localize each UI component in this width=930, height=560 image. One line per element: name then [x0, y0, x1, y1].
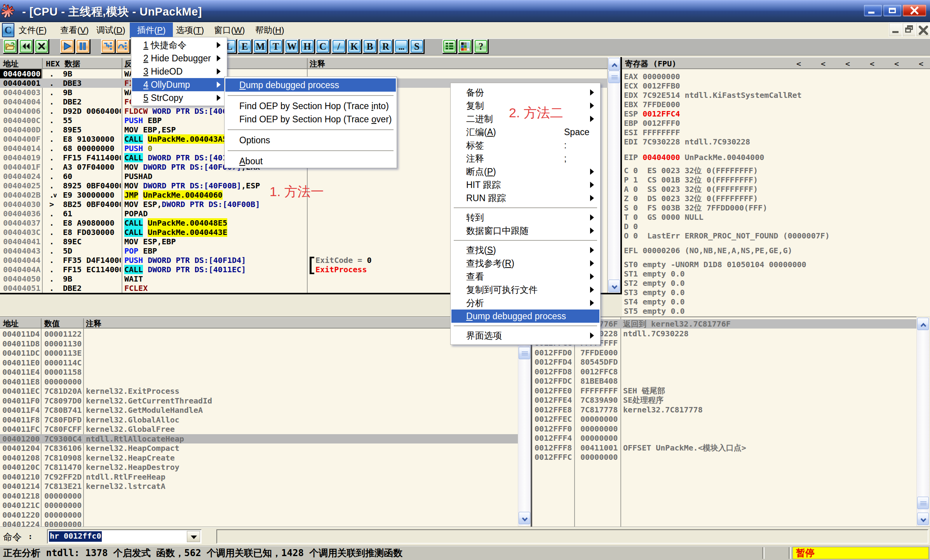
dump-row[interactable]: 004012147C813E21kernel32.lstrcatA: [0, 482, 518, 491]
dump-row[interactable]: 004012087C810908kernel32.HeapCreate: [0, 453, 518, 463]
stack-pane[interactable]: 0012FFC47C81776F返回到 kernel32.7C81776F001…: [532, 317, 916, 527]
stack-scrollbar-thumb[interactable]: [917, 497, 929, 509]
combobox-dropdown-button[interactable]: [187, 531, 200, 542]
panel-chevron[interactable]: <: [894, 59, 899, 69]
dump-pane[interactable]: 地址数值注释004011D400001122004011D80000113000…: [0, 317, 518, 527]
stack-row[interactable]: 0012FFF000000000: [532, 424, 916, 433]
menubar-item-2[interactable]: 查看(V): [60, 23, 89, 38]
toolbar-h-button[interactable]: H: [300, 39, 315, 54]
menu-item-dump-debugged-process[interactable]: Dump debugged process: [451, 310, 599, 323]
menu-item--ollydump[interactable]: 4 OllyDump: [132, 78, 226, 91]
maximize-button[interactable]: [883, 5, 901, 16]
menu-item--[interactable]: 数据窗口中跟随: [451, 224, 599, 237]
menu-item-about[interactable]: About: [225, 155, 396, 168]
stack-row[interactable]: 0012FFE87C817778kernel32.7C817778: [532, 405, 916, 414]
menubar-item-1[interactable]: 文件(F): [19, 23, 47, 38]
menu-item--[interactable]: 注释;: [451, 152, 599, 165]
register-line[interactable]: S 0 FS 003B 32位 7FFDD000(FFF): [624, 203, 930, 212]
menubar-item-7[interactable]: 帮助(H): [255, 23, 284, 38]
menubar-item-4[interactable]: 插件(P): [130, 23, 173, 38]
menu-item-hit-[interactable]: HIT 跟踪: [451, 178, 599, 191]
menu-item--hideod[interactable]: 3 HideOD: [132, 65, 226, 78]
stack-row[interactable]: 0012FFD07FFDE000: [532, 348, 916, 357]
toolbar-run-button[interactable]: [60, 39, 75, 54]
command-secondary-field[interactable]: [216, 529, 928, 544]
stack-row[interactable]: 0012FFE0FFFFFFFFSEH 链尾部: [532, 386, 916, 395]
toolbar-w-button[interactable]: W: [285, 39, 300, 54]
disasm-scrollbar[interactable]: [608, 57, 620, 293]
stack-row[interactable]: 0012FFDC81BEB408: [532, 376, 916, 386]
dump-row[interactable]: 004012007C9300C4ntdll.RtlAllocateHeap: [0, 434, 518, 443]
register-line[interactable]: P 1 CS 001B 32位 0(FFFFFFFF): [624, 175, 930, 184]
toolbar-panels-button[interactable]: [442, 39, 457, 54]
dump-row[interactable]: 004011E400001158: [0, 367, 518, 377]
register-line[interactable]: ST6 empty 0.0: [624, 315, 930, 316]
command-combobox[interactable]: hr 0012ffc0: [47, 529, 202, 544]
toolbar-step-into-button[interactable]: [101, 39, 116, 54]
close-button[interactable]: [903, 5, 926, 16]
stack-row[interactable]: 0012FFEC00000000: [532, 414, 916, 424]
toolbar-c-button[interactable]: C: [316, 39, 331, 54]
disasm-header-1[interactable]: HEX 数据: [46, 59, 80, 69]
menu-item--[interactable]: 转到: [451, 211, 599, 224]
disasm-header-3[interactable]: 注释: [310, 59, 325, 69]
dump-row[interactable]: 004011D400001122: [0, 329, 518, 339]
register-line[interactable]: Z 0 DS 0023 32位 0(FFFFFFFF): [624, 194, 930, 203]
toolbar-e-button[interactable]: E: [238, 39, 253, 54]
menu-item-run-[interactable]: RUN 跟踪: [451, 191, 599, 205]
dump-row[interactable]: 004011E800000000: [0, 377, 518, 386]
register-line[interactable]: T 0 GS 0000 NULL: [624, 212, 930, 222]
register-line[interactable]: EDI 7C930228 ntdll.7C930228: [624, 137, 930, 146]
stack-scrollbar-up-button[interactable]: [917, 318, 929, 330]
dump-row[interactable]: 004011DC0000113E: [0, 348, 518, 358]
toolbar-k-button[interactable]: K: [347, 39, 362, 54]
register-line[interactable]: ST2 empty 0.0: [624, 278, 930, 288]
menu-item--[interactable]: 查看: [451, 270, 599, 283]
menu-item--[interactable]: 标签:: [451, 139, 599, 152]
dump-row[interactable]: 004011EC7C81D20Akernel32.ExitProcess: [0, 386, 518, 396]
stack-row[interactable]: 0012FFD480545DFD: [532, 357, 916, 367]
dump-scrollbar-thumb[interactable]: [519, 347, 530, 359]
register-line[interactable]: EBP 0012FFF0: [624, 118, 930, 128]
disasm-scrollbar-down-button[interactable]: [608, 280, 620, 292]
register-line[interactable]: ECX 0012FFB0: [624, 81, 930, 90]
toolbar-open-button[interactable]: [3, 39, 18, 54]
toolbar-step-over-button[interactable]: [116, 39, 131, 54]
register-line[interactable]: ST3 empty 0.0: [624, 288, 930, 297]
cpu-window-icon[interactable]: C: [2, 23, 14, 37]
register-line[interactable]: EAX 00000000: [624, 72, 930, 81]
dump-row[interactable]: 004011F47C80B741kernel32.GetModuleHandle…: [0, 405, 518, 415]
register-line[interactable]: EDX 7C92E514 ntdll.KiFastSystemCallRet: [624, 90, 930, 100]
menu-item--[interactable]: 界面选项: [451, 329, 599, 342]
menu-item--strcopy[interactable]: 5 StrCopy: [132, 91, 226, 104]
stack-row[interactable]: 0012FFF800411001OFFSET UnPackMe.<模块入口点>: [532, 443, 916, 452]
panel-chevron[interactable]: <: [845, 59, 850, 69]
menu-item-dump-debugged-process[interactable]: Dump debugged process: [225, 78, 396, 92]
stack-row[interactable]: 0012FFD80012FFC8: [532, 367, 916, 376]
menu-item--[interactable]: 1 快捷命令: [132, 38, 226, 52]
dump-row[interactable]: 0040121C00000000: [0, 501, 518, 510]
dump-row[interactable]: 0040122400000000: [0, 520, 518, 527]
menu-item-find-oep-by-section-hop-trace-over-[interactable]: Find OEP by Section Hop (Trace over): [225, 113, 396, 126]
dump-row[interactable]: 004012047C836106kernel32.HeapCompact: [0, 443, 518, 453]
dump-row[interactable]: 004012107C92FF2Dntdll.RtlFreeHeap: [0, 472, 518, 482]
stack-scrollbar-down-button[interactable]: [917, 513, 929, 525]
toolbar-b-button[interactable]: B: [363, 39, 378, 54]
toolbar-m-button[interactable]: M: [253, 39, 268, 54]
panel-chevron[interactable]: <: [796, 59, 801, 69]
register-line[interactable]: ESI FFFFFFFF: [624, 128, 930, 137]
toolbar-r-button[interactable]: R: [379, 39, 394, 54]
disasm-header-0[interactable]: 地址: [3, 59, 19, 69]
panel-chevron[interactable]: <: [919, 59, 923, 69]
stack-row[interactable]: 0012FFF400000000: [532, 433, 916, 443]
register-line[interactable]: EFL 00000206 (NO,NB,NE,A,NS,PE,GE,G): [624, 246, 930, 255]
dump-row[interactable]: 004011D800001130: [0, 339, 518, 348]
menu-item-options[interactable]: Options: [225, 134, 396, 147]
menubar-item-5[interactable]: 选项(T): [176, 23, 204, 38]
command-input-value[interactable]: hr 0012ffc0: [49, 531, 102, 542]
disasm-scrollbar-thumb[interactable]: [608, 71, 620, 83]
menubar-item-6[interactable]: 窗口(W): [214, 23, 245, 38]
registers-pane[interactable]: 寄存器 (FPU)<<<<<<EAX 00000000ECX 0012FFB0E…: [622, 57, 930, 316]
register-line[interactable]: ESP 0012FFC4: [624, 109, 930, 118]
menu-item--s-[interactable]: 查找(S): [451, 243, 599, 257]
